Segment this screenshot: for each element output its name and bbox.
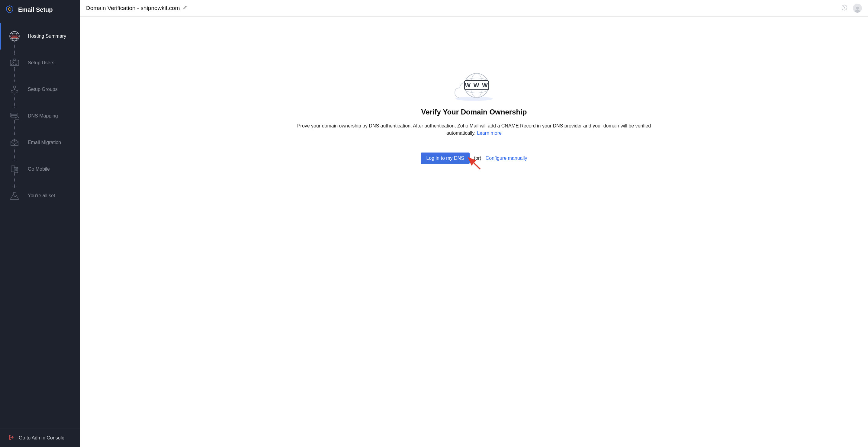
server-cloud-icon (7, 110, 22, 121)
mobile-devices-icon (7, 164, 22, 174)
step-label: Email Migration (28, 140, 61, 145)
cta-row: Log in to my DNS (or) Configure manually (81, 153, 867, 164)
svg-point-14 (13, 86, 16, 88)
globe-www-icon: WWW (7, 31, 22, 42)
svg-rect-8 (10, 60, 19, 66)
svg-point-22 (11, 114, 12, 114)
verify-description: Prove your domain ownership by DNS authe… (284, 122, 664, 137)
svg-text:WWW: WWW (12, 36, 17, 37)
help-icon[interactable] (841, 4, 847, 12)
topbar: Domain Verification - shipnowkit.com (80, 0, 868, 17)
configure-manually-link[interactable]: Configure manually (486, 156, 527, 161)
sidebar-item-email-migration[interactable]: Email Migration (0, 129, 80, 156)
step-label: Go Mobile (28, 166, 50, 172)
sidebar-steps: WWW Hosting Summary Setup Users (0, 21, 80, 428)
learn-more-link[interactable]: Learn more (477, 130, 502, 136)
svg-point-15 (11, 90, 13, 92)
svg-point-16 (16, 90, 18, 92)
sidebar-item-hosting-summary[interactable]: WWW Hosting Summary (0, 23, 80, 50)
exit-icon (8, 434, 14, 442)
step-label: Hosting Summary (28, 34, 66, 39)
svg-point-0 (8, 8, 11, 10)
envelope-upload-icon (7, 137, 22, 148)
step-label: Setup Users (28, 60, 54, 66)
sidebar-title: Email Setup (18, 6, 53, 13)
sidebar-header: Email Setup (0, 0, 80, 21)
step-label: You're all set (28, 193, 55, 198)
svg-line-18 (13, 89, 14, 90)
id-card-icon (7, 57, 22, 68)
step-label: Setup Groups (28, 87, 58, 92)
or-text: (or) (474, 156, 482, 161)
mountain-flag-icon (7, 190, 22, 201)
svg-point-10 (12, 62, 13, 63)
edit-icon[interactable] (183, 5, 188, 11)
go-to-admin-console-link[interactable]: Go to Admin Console (0, 428, 80, 447)
sidebar-item-setup-users[interactable]: Setup Users (0, 50, 80, 76)
svg-text:W W W: W W W (465, 82, 488, 89)
step-label: DNS Mapping (28, 113, 58, 119)
user-avatar[interactable] (853, 4, 862, 13)
svg-point-33 (844, 8, 845, 9)
sidebar-item-all-set[interactable]: You're all set (0, 183, 80, 209)
svg-point-23 (11, 116, 12, 117)
group-icon (7, 84, 22, 95)
login-to-dns-button[interactable]: Log in to my DNS (421, 153, 469, 164)
page-title: Domain Verification - shipnowkit.com (86, 5, 180, 11)
content: W W W Verify Your Domain Ownership Prove… (80, 17, 868, 447)
main: Domain Verification - shipnowkit.com (80, 0, 868, 447)
sidebar: Email Setup WWW Hosting Summary (0, 0, 80, 447)
logo-icon (5, 5, 14, 14)
sidebar-item-go-mobile[interactable]: Go Mobile (0, 156, 80, 183)
admin-console-label: Go to Admin Console (19, 435, 64, 441)
sidebar-item-setup-groups[interactable]: Setup Groups (0, 76, 80, 103)
svg-line-19 (14, 89, 16, 90)
sidebar-item-dns-mapping[interactable]: DNS Mapping (0, 103, 80, 129)
svg-point-34 (856, 7, 859, 10)
www-globe-illustration: W W W (81, 71, 867, 101)
verify-heading: Verify Your Domain Ownership (81, 108, 867, 116)
